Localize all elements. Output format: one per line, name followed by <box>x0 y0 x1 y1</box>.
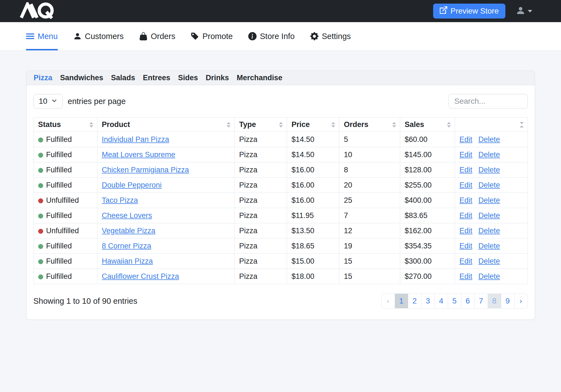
edit-link[interactable]: Edit <box>459 272 472 281</box>
status-dot-fulfilled <box>38 259 43 264</box>
table-controls: 10 entries per page <box>33 94 528 108</box>
status-cell: Fulfilled <box>33 208 97 223</box>
status-cell: Fulfilled <box>33 238 97 254</box>
active-nav-underline <box>26 49 58 50</box>
actions-cell: EditDelete <box>455 269 528 284</box>
product-link[interactable]: Vegetable Pizza <box>102 227 156 235</box>
product-link[interactable]: Chicken Parmigiana Pizza <box>102 166 189 174</box>
logo[interactable] <box>19 2 55 20</box>
product-link[interactable]: Double Pepperoni <box>102 181 162 189</box>
tab-sandwiches[interactable]: Sandwiches <box>60 74 103 82</box>
column-header-sales[interactable]: Sales <box>400 118 455 132</box>
column-header-orders[interactable]: Orders <box>339 118 400 132</box>
type-cell: Pizza <box>234 147 287 162</box>
delete-link[interactable]: Delete <box>479 272 500 281</box>
edit-link[interactable]: Edit <box>459 211 472 220</box>
delete-link[interactable]: Delete <box>479 135 500 144</box>
main-content: Pizza Sandwiches Salads Entrees Sides Dr… <box>0 51 561 320</box>
product-link[interactable]: 8 Corner Pizza <box>102 242 151 250</box>
topbar-actions: Preview Store <box>433 4 532 19</box>
actions-cell: EditDelete <box>455 223 528 238</box>
price-cell: $14.50 <box>287 132 339 147</box>
pagination-page-8[interactable]: 8 <box>488 294 501 308</box>
nav-item-store-info[interactable]: Store Info <box>248 22 295 50</box>
column-header-status[interactable]: Status <box>33 118 97 132</box>
nav-item-customers[interactable]: Customers <box>73 22 124 50</box>
edit-link[interactable]: Edit <box>459 227 472 235</box>
orders-cell: 20 <box>339 178 400 193</box>
pagination-page-6[interactable]: 6 <box>461 294 475 308</box>
table-row: Fulfilled 8 Corner Pizza Pizza $18.65 19… <box>33 238 528 254</box>
gear-icon <box>310 32 319 40</box>
delete-link[interactable]: Delete <box>479 166 500 174</box>
column-header-product[interactable]: Product <box>97 118 234 132</box>
pagination-next[interactable]: › <box>514 294 528 308</box>
preview-store-button[interactable]: Preview Store <box>433 4 505 19</box>
entries-per-page-label: entries per page <box>68 97 126 106</box>
search-input[interactable] <box>449 94 528 108</box>
nav-item-label: Settings <box>322 32 351 41</box>
delete-link[interactable]: Delete <box>479 150 500 159</box>
pagination-page-2[interactable]: 2 <box>408 294 422 308</box>
product-cell: Individual Pan Pizza <box>97 132 234 147</box>
actions-cell: EditDelete <box>455 208 528 223</box>
edit-link[interactable]: Edit <box>459 135 472 144</box>
product-link[interactable]: Meat Lovers Supreme <box>102 150 175 159</box>
tab-salads[interactable]: Salads <box>111 74 135 82</box>
edit-link[interactable]: Edit <box>459 166 472 174</box>
table-row: Unfulfilled Vegetable Pizza Pizza $13.50… <box>33 223 528 238</box>
table-row: Fulfilled Chicken Parmigiana Pizza Pizza… <box>33 162 528 178</box>
delete-link[interactable]: Delete <box>479 242 500 250</box>
pagination-page-4[interactable]: 4 <box>435 294 448 308</box>
delete-link[interactable]: Delete <box>479 211 500 220</box>
column-header-price[interactable]: Price <box>287 118 339 132</box>
edit-link[interactable]: Edit <box>459 257 472 265</box>
nav-item-promote[interactable]: Promote <box>191 22 233 50</box>
product-link[interactable]: Cheese Lovers <box>102 211 152 220</box>
pagination-page-5[interactable]: 5 <box>448 294 461 308</box>
tab-entrees[interactable]: Entrees <box>143 74 170 82</box>
edit-link[interactable]: Edit <box>459 181 472 189</box>
tab-merchandise[interactable]: Merchandise <box>237 74 282 82</box>
user-menu[interactable] <box>516 6 532 16</box>
tab-pizza[interactable]: Pizza <box>34 74 53 82</box>
tab-sides[interactable]: Sides <box>178 74 198 82</box>
pagination-prev[interactable]: ‹ <box>381 294 395 308</box>
showing-entries-text: Showing 1 to 10 of 90 entries <box>33 297 138 306</box>
delete-link[interactable]: Delete <box>479 196 500 204</box>
nav-item-menu[interactable]: Menu <box>26 22 58 50</box>
category-tabs: Pizza Sandwiches Salads Entrees Sides Dr… <box>27 71 535 85</box>
pagination-page-3[interactable]: 3 <box>421 294 435 308</box>
column-header-type[interactable]: Type <box>234 118 287 132</box>
edit-link[interactable]: Edit <box>459 150 472 159</box>
sales-cell: $128.00 <box>400 162 455 178</box>
product-link[interactable]: Taco Pizza <box>102 196 138 204</box>
table-row: Fulfilled Individual Pan Pizza Pizza $14… <box>33 132 528 147</box>
delete-link[interactable]: Delete <box>479 181 500 189</box>
edit-link[interactable]: Edit <box>459 242 472 250</box>
chevron-down-icon <box>51 97 57 106</box>
pagination-page-1[interactable]: 1 <box>395 294 408 308</box>
actions-cell: EditDelete <box>455 254 528 269</box>
topbar: Preview Store <box>0 0 561 22</box>
pagination-page-7[interactable]: 7 <box>474 294 488 308</box>
delete-link[interactable]: Delete <box>479 227 500 235</box>
product-link[interactable]: Hawaiian Pizza <box>102 257 153 265</box>
entries-per-page-select[interactable]: 10 <box>33 94 63 108</box>
nav-item-orders[interactable]: Orders <box>139 22 175 50</box>
column-header-actions[interactable] <box>455 118 528 132</box>
product-link[interactable]: Individual Pan Pizza <box>102 135 169 144</box>
product-cell: Taco Pizza <box>97 193 234 208</box>
edit-link[interactable]: Edit <box>459 196 472 204</box>
status-dot-fulfilled <box>38 244 43 249</box>
product-link[interactable]: Cauliflower Crust Pizza <box>102 272 179 281</box>
orders-cell: 19 <box>339 238 400 254</box>
orders-cell: 25 <box>339 193 400 208</box>
tab-drinks[interactable]: Drinks <box>206 74 229 82</box>
pagination-page-9[interactable]: 9 <box>501 294 515 308</box>
orders-cell: 8 <box>339 162 400 178</box>
nav-item-settings[interactable]: Settings <box>310 22 351 50</box>
actions-cell: EditDelete <box>455 238 528 254</box>
type-cell: Pizza <box>234 193 287 208</box>
delete-link[interactable]: Delete <box>479 257 500 265</box>
